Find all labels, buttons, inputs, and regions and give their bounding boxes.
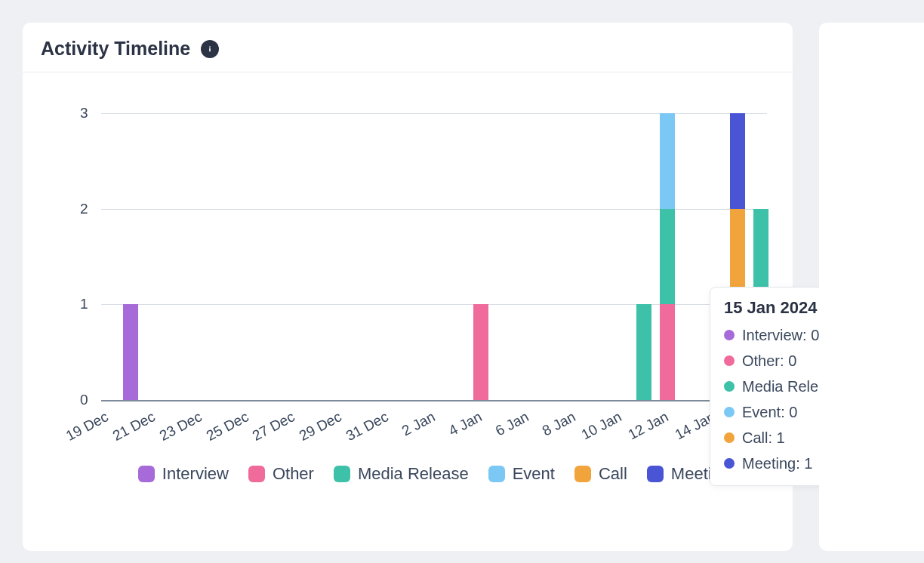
x-tick-label: 12 Jan [626,408,672,443]
x-tick-label: 8 Jan [539,408,578,439]
tooltip-text: Interview: 0 [742,322,819,348]
card-header: Activity Timeline [23,23,793,72]
tooltip-text: Event: 0 [742,399,797,425]
bar-segment[interactable] [730,113,745,209]
tooltip-text: Other: 0 [742,348,796,374]
bar-segment[interactable] [660,209,675,305]
legend-label: Interview [162,464,229,484]
legend-label: Event [513,464,555,484]
svg-rect-1 [209,48,211,51]
x-axis-ticks: 19 Dec21 Dec23 Dec25 Dec27 Dec29 Dec31 D… [101,408,767,453]
legend-swatch [248,466,265,482]
bar-column[interactable] [123,113,138,400]
x-tick-label: 19 Dec [63,408,111,445]
y-tick-label: 1 [80,296,88,312]
y-tick-label: 2 [80,201,88,217]
legend: InterviewOtherMedia ReleaseEventCallMeet… [101,464,767,484]
tooltip-dot [724,407,735,417]
legend-swatch [574,466,591,482]
bar-column[interactable] [660,113,675,400]
bar-segment[interactable] [660,304,675,400]
legend-label: Other [273,464,314,484]
legend-swatch [647,466,664,482]
x-tick-label: 21 Dec [110,408,158,445]
legend-item[interactable]: Call [574,464,627,484]
legend-label: Call [599,464,627,484]
x-tick-label: 10 Jan [579,408,625,443]
legend-item[interactable]: Media Release [334,464,469,484]
tooltip-dot [724,355,735,366]
activity-timeline-card: Activity Timeline 0123 19 Dec21 Dec23 De… [23,23,793,551]
bar-segment[interactable] [636,304,651,400]
legend-swatch [334,466,350,482]
card-title: Activity Timeline [41,38,190,60]
y-tick-label: 0 [80,392,88,408]
tooltip-dot [724,432,735,443]
y-tick-label: 3 [80,105,88,122]
tooltip-dot [724,458,735,469]
legend-item[interactable]: Interview [138,464,229,484]
x-tick-label: 25 Dec [203,408,251,445]
tooltip-text: Meeting: 1 [742,451,812,476]
legend-item[interactable]: Event [488,464,555,484]
chart-area: 0123 19 Dec21 Dec23 Dec25 Dec27 Dec29 De… [41,98,775,528]
tooltip-dot [724,381,735,392]
svg-point-0 [209,46,211,48]
legend-label: Media Release [358,464,469,484]
x-tick-label: 4 Jan [446,408,485,439]
legend-swatch [138,466,155,482]
chart-plot[interactable]: 0123 [101,113,767,400]
x-axis-line [101,400,767,401]
bar-segment[interactable] [660,113,675,209]
x-tick-label: 23 Dec [156,408,204,445]
legend-swatch [488,466,505,482]
bar-column[interactable] [636,113,651,400]
bar-column[interactable] [473,113,488,400]
bar-segment[interactable] [123,304,138,400]
x-tick-label: 29 Dec [297,408,344,445]
info-icon[interactable] [201,40,219,58]
x-tick-label: 2 Jan [399,408,438,439]
side-card [819,23,924,551]
x-tick-label: 6 Jan [492,408,531,439]
bar-segment[interactable] [473,304,488,400]
legend-item[interactable]: Other [248,464,314,484]
tooltip-dot [724,330,735,340]
tooltip-text: Call: 1 [742,425,785,451]
x-tick-label: 31 Dec [343,408,391,445]
x-tick-label: 27 Dec [250,408,297,445]
